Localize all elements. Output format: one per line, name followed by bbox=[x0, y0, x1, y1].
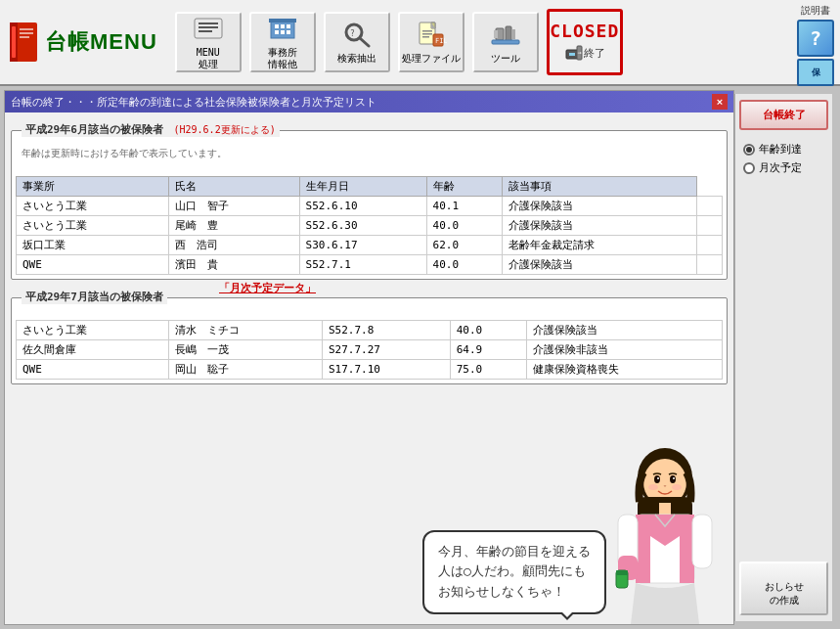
svg-rect-10 bbox=[271, 21, 294, 38]
svg-rect-8 bbox=[199, 26, 218, 28]
cell-birth: S30.6.17 bbox=[299, 236, 426, 255]
svg-rect-11 bbox=[275, 24, 279, 28]
svg-rect-12 bbox=[281, 24, 285, 28]
menu-shori-label: MENU 処理 bbox=[197, 47, 220, 70]
cell-age: 40.0 bbox=[426, 216, 503, 236]
cell-name: 山口 智子 bbox=[168, 197, 299, 216]
daichou-end-button[interactable]: 台帳終了 bbox=[739, 100, 828, 130]
dialog-title: 台帳の終了・・・所定年齢の到達による社会保険被保険者と月次予定リスト bbox=[11, 95, 376, 110]
svg-rect-4 bbox=[20, 32, 33, 34]
svg-rect-5 bbox=[20, 36, 29, 38]
cell-age: 40.1 bbox=[426, 197, 503, 216]
dialog-content: 平成29年6月該当の被保険者 (H29.6.2更新による) 年齢は更新時における… bbox=[5, 112, 733, 624]
svg-text:FILE: FILE bbox=[435, 37, 447, 45]
table-row[interactable]: さいとう工業 清水 ミチコ S52.7.8 40.0 介護保険該当 bbox=[17, 321, 723, 340]
hokan-button[interactable]: 保 bbox=[797, 59, 834, 86]
speech-bubble-container: 今月、年齢の節目を迎える 人は○人だわ。顧問先にも お知らせしなくちゃ！ bbox=[422, 530, 606, 614]
svg-line-19 bbox=[360, 38, 369, 46]
jimusho-label: 事務所 情報他 bbox=[268, 47, 297, 70]
section1-box: 平成29年6月該当の被保険者 (H29.6.2更新による) 年齢は更新時における… bbox=[11, 130, 728, 280]
svg-point-42 bbox=[657, 477, 659, 479]
cell-birth: S52.7.1 bbox=[299, 255, 426, 275]
table-row[interactable]: QWE 濱田 貴 S52.7.1 40.0 介護保険該当 bbox=[17, 255, 723, 275]
jimusho-button[interactable]: 事務所 情報他 bbox=[249, 12, 316, 72]
speech-bubble: 今月、年齢の節目を迎える 人は○人だわ。顧問先にも お知らせしなくちゃ！ bbox=[422, 530, 606, 614]
month-schedule-link[interactable]: 「月次予定データ」 bbox=[217, 281, 318, 295]
cell-birth: S52.6.30 bbox=[299, 216, 426, 236]
closed-sublabel: 終了 bbox=[584, 46, 605, 61]
cell-jimusho: 坂口工業 bbox=[17, 236, 169, 255]
svg-rect-13 bbox=[287, 24, 290, 28]
tool-button[interactable]: ツール bbox=[472, 12, 539, 72]
cell-jimusho: QWE bbox=[17, 255, 169, 275]
cell-age: 40.0 bbox=[450, 321, 526, 340]
kensaku-icon: ? bbox=[341, 21, 373, 51]
cell-name: 岡山 聡子 bbox=[169, 360, 322, 380]
svg-rect-26 bbox=[422, 36, 429, 38]
radio-monthly-item[interactable]: 月次予定 bbox=[743, 160, 824, 175]
section1-inner: 年齢は更新時における年齢で表示しています。 事業所 氏名 生年月日 年齢 該当事… bbox=[12, 143, 727, 279]
svg-point-44 bbox=[648, 484, 658, 490]
section1-table: 事業所 氏名 生年月日 年齢 該当事項 年齢は更新時における年齢で表示しています… bbox=[16, 176, 723, 275]
oshirase-button[interactable]: おしらせ の作成 bbox=[739, 562, 828, 615]
table-row[interactable]: さいとう工業 尾崎 豊 S52.6.30 40.0 介護保険該当 bbox=[17, 216, 723, 236]
svg-rect-50 bbox=[692, 515, 712, 568]
cell-jimusho: さいとう工業 bbox=[17, 216, 169, 236]
radio-monthly-label: 月次予定 bbox=[759, 160, 802, 175]
character-illustration bbox=[606, 448, 724, 624]
svg-rect-47 bbox=[659, 503, 671, 515]
jimusho-icon bbox=[267, 15, 298, 45]
help-button[interactable]: ? bbox=[797, 20, 834, 57]
cell-name: 長嶋 一茂 bbox=[169, 340, 322, 360]
radio-age-label: 年齢到達 bbox=[759, 142, 802, 157]
main-area: 台帳の終了・・・所定年齢の到達による社会保険被保険者と月次予定リスト × 平成2… bbox=[0, 86, 840, 629]
svg-point-43 bbox=[673, 477, 675, 479]
col-jimusho-1: 事業所 bbox=[17, 177, 169, 197]
help-label: 説明書 bbox=[801, 4, 830, 18]
logo-area: 台帳MENU bbox=[6, 21, 157, 64]
svg-rect-15 bbox=[281, 30, 285, 34]
closed-button[interactable]: CLOSED → 終了 bbox=[547, 9, 623, 75]
dialog-window: 台帳の終了・・・所定年齢の到達による社会保険被保険者と月次予定リスト × 平成2… bbox=[4, 90, 734, 625]
svg-point-40 bbox=[654, 475, 660, 483]
cell-name: 西 浩司 bbox=[168, 236, 299, 255]
cell-jimusho: さいとう工業 bbox=[17, 197, 169, 216]
table-row[interactable]: 坂口工業 西 浩司 S30.6.17 62.0 老齢年金裁定請求 bbox=[17, 236, 723, 255]
svg-rect-24 bbox=[422, 30, 432, 32]
svg-rect-33 bbox=[492, 40, 519, 44]
book-icon bbox=[6, 21, 41, 64]
cell-birth: S52.7.8 bbox=[322, 321, 450, 340]
svg-rect-17 bbox=[269, 19, 296, 22]
svg-rect-14 bbox=[275, 30, 279, 34]
svg-rect-32 bbox=[511, 29, 515, 39]
cell-item: 健康保険資格喪失 bbox=[526, 360, 722, 380]
cell-name: 清水 ミチコ bbox=[169, 321, 322, 340]
exit-icon: → bbox=[564, 42, 584, 62]
radio-monthly-circle bbox=[743, 162, 755, 174]
table-row[interactable]: 佐久間倉庫 長嶋 一茂 S27.7.27 64.9 介護保険非該当 bbox=[17, 340, 723, 360]
col-item-1: 該当事項 bbox=[503, 177, 697, 197]
dialog-titlebar: 台帳の終了・・・所定年齢の到達による社会保険被保険者と月次予定リスト × bbox=[5, 91, 733, 112]
cell-age: 40.0 bbox=[426, 255, 503, 275]
closed-label: CLOSED bbox=[550, 22, 619, 40]
section2-inner: さいとう工業 清水 ミチコ S52.7.8 40.0 介護保険該当 佐久間倉庫 … bbox=[12, 310, 727, 383]
col-birth-1: 生年月日 bbox=[299, 177, 426, 197]
age-note: 年齢は更新時における年齢で表示しています。 bbox=[16, 147, 723, 162]
col-age-1: 年齢 bbox=[426, 177, 503, 197]
kensaku-button[interactable]: ? 検索抽出 bbox=[324, 12, 390, 72]
svg-rect-16 bbox=[287, 30, 290, 34]
table-row[interactable]: QWE 岡山 聡子 S17.7.10 75.0 健康保険資格喪失 bbox=[17, 360, 723, 380]
dialog-wrapper: 台帳の終了・・・所定年齢の到達による社会保険被保険者と月次予定リスト × 平成2… bbox=[4, 90, 836, 625]
tool-icon bbox=[490, 21, 521, 51]
cell-item: 介護保険非該当 bbox=[526, 340, 722, 360]
radio-group: 年齢到達 月次予定 bbox=[739, 138, 828, 179]
menu-shori-button[interactable]: MENU 処理 bbox=[175, 12, 242, 72]
table-row[interactable]: さいとう工業 山口 智子 S52.6.10 40.1 介護保険該当 bbox=[17, 197, 723, 216]
file-button[interactable]: FILE 処理ファイル bbox=[398, 12, 464, 72]
dialog-close-button[interactable]: × bbox=[712, 94, 728, 110]
cell-name: 濱田 貴 bbox=[168, 255, 299, 275]
svg-text:→: → bbox=[577, 49, 581, 57]
svg-rect-3 bbox=[20, 28, 33, 30]
radio-age-item[interactable]: 年齢到達 bbox=[743, 142, 824, 157]
cell-birth: S17.7.10 bbox=[322, 360, 450, 380]
